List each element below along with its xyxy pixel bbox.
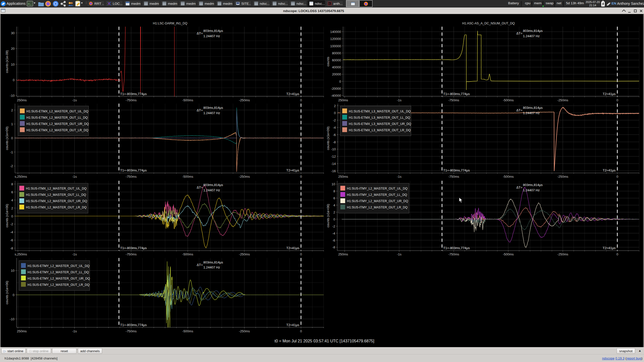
svg-text:ΔT=: ΔT= <box>516 31 522 35</box>
svg-text:-750ms: -750ms <box>126 252 137 256</box>
svg-text:-750ms: -750ms <box>448 175 459 178</box>
svg-text:H1:SUS-ETMY_L2_MASTER_OUT_UR_D: H1:SUS-ETMY_L2_MASTER_OUT_UR_DQ <box>28 277 90 280</box>
svg-text:1.24407 Hz: 1.24407 Hz <box>203 188 220 192</box>
svg-text:60000: 60000 <box>332 58 341 62</box>
svg-text:ΔT=: ΔT= <box>516 186 522 189</box>
svg-text:1.24407 Hz: 1.24407 Hz <box>523 34 540 38</box>
svg-text:6: 6 <box>11 190 13 194</box>
svg-text:-2: -2 <box>10 222 13 226</box>
svg-text:-6: -6 <box>10 238 13 242</box>
svg-text:-500ms: -500ms <box>503 175 514 178</box>
svg-text:20: 20 <box>11 47 15 51</box>
svg-text:H1:SUS-ITMY_L2_MASTER_OUT_UL_D: H1:SUS-ITMY_L2_MASTER_OUT_UL_DQ <box>347 187 408 190</box>
svg-text:1: 1 <box>11 122 13 126</box>
svg-text:s,250ms: s,250ms <box>15 175 27 178</box>
svg-text:H1:SUS-ITMX_L2_MASTER_OUT_UR_D: H1:SUS-ITMX_L2_MASTER_OUT_UR_DQ <box>26 199 87 203</box>
svg-text:ΔT=: ΔT= <box>516 108 522 112</box>
svg-text:-500ms: -500ms <box>503 252 514 256</box>
svg-text:0: 0 <box>333 217 335 221</box>
svg-text:H1:SUS-ITMX_L2_MASTER_OUT_UL_D: H1:SUS-ITMX_L2_MASTER_OUT_UL_DQ <box>26 187 87 190</box>
svg-text:-6: -6 <box>333 133 336 137</box>
svg-text:T1=-803ms,774µs: T1=-803ms,774µs <box>120 246 147 250</box>
svg-text:-250ms: -250ms <box>557 175 569 178</box>
svg-text:0: 0 <box>616 98 618 102</box>
svg-text:H1:SUS-ETMY_L2_MASTER_OUT_UL_D: H1:SUS-ETMY_L2_MASTER_OUT_UL_DQ <box>28 264 90 268</box>
svg-text:ΔT=: ΔT= <box>197 108 203 112</box>
svg-text:T2=41µs: T2=41µs <box>286 246 299 250</box>
svg-text:-750ms: -750ms <box>448 252 459 256</box>
svg-text:-10: -10 <box>10 317 15 321</box>
svg-text:s,250ms: s,250ms <box>15 252 27 256</box>
svg-text:H1:SUS-ETMY_L2_MASTER_OUT_LR_D: H1:SUS-ETMY_L2_MASTER_OUT_LR_DQ <box>28 283 90 287</box>
svg-text:0: 0 <box>300 98 302 102</box>
svg-text:2: 2 <box>11 206 13 210</box>
svg-text:1.24407 Hz: 1.24407 Hz <box>523 111 540 115</box>
svg-text:4: 4 <box>11 198 13 202</box>
svg-text:-6: -6 <box>332 239 335 242</box>
svg-text:T1=-803ms,774µs: T1=-803ms,774µs <box>443 168 470 172</box>
svg-text:-14: -14 <box>331 162 336 166</box>
svg-text:counts (x1e-09): counts (x1e-09) <box>5 50 9 73</box>
svg-text:-750ms: -750ms <box>126 98 137 102</box>
svg-text:30: 30 <box>11 31 15 35</box>
svg-text:2: 2 <box>11 108 13 112</box>
svg-text:250ms: 250ms <box>338 98 348 102</box>
svg-text:H1:SUS-ETMX_L3_MASTER_OUT_UR_D: H1:SUS-ETMX_L3_MASTER_OUT_UR_DQ <box>349 122 411 126</box>
svg-text:10: 10 <box>332 182 335 186</box>
svg-text:H1:SUS-ETMX_L3_MASTER_OUT_LL_D: H1:SUS-ETMX_L3_MASTER_OUT_LL_DQ <box>349 116 410 119</box>
svg-text:-750ms: -750ms <box>126 175 137 178</box>
svg-text:counts (x1e+06): counts (x1e+06) <box>5 204 9 228</box>
svg-text:-750ms: -750ms <box>126 329 137 333</box>
svg-text:T1=-803ms,774µs: T1=-803ms,774µs <box>120 168 147 172</box>
svg-text:803ms,814µs: 803ms,814µs <box>523 29 543 33</box>
svg-text:T1=-803ms,774µs: T1=-803ms,774µs <box>120 323 147 327</box>
svg-text:2: 2 <box>334 104 336 108</box>
svg-text:-4: -4 <box>10 230 13 234</box>
svg-text:0: 0 <box>616 175 618 178</box>
svg-text:10: 10 <box>11 63 15 66</box>
svg-text:-40000: -40000 <box>331 94 341 98</box>
svg-text:803ms,814µs: 803ms,814µs <box>203 183 223 187</box>
svg-text:t0 = Mon Jul 21 2025 03:57:41: t0 = Mon Jul 21 2025 03:57:41 UTC [14371… <box>275 339 374 343</box>
svg-text:T1=-803ms,774µs: T1=-803ms,774µs <box>443 246 470 250</box>
svg-text:H1:SUS-ETMX_L2_MASTER_OUT_UR_D: H1:SUS-ETMX_L2_MASTER_OUT_UR_DQ <box>26 122 89 126</box>
svg-text:-250ms: -250ms <box>239 329 250 333</box>
svg-text:H1:SUS-ITMX_L2_MASTER_OUT_LL_D: H1:SUS-ITMX_L2_MASTER_OUT_LL_DQ <box>26 193 86 197</box>
svg-text:T2=41µs: T2=41µs <box>286 92 299 96</box>
svg-text:>_: >_ <box>28 3 31 6</box>
svg-text:-12: -12 <box>331 155 336 158</box>
svg-text:T2=41µs: T2=41µs <box>286 323 299 327</box>
svg-text:H1:SUS-ETMX_L3_MASTER_OUT_LR_D: H1:SUS-ETMX_L3_MASTER_OUT_LR_DQ <box>349 128 411 132</box>
svg-text:T2=41µs: T2=41µs <box>286 168 299 172</box>
svg-text:0: 0 <box>300 175 302 178</box>
svg-text:ΔT=: ΔT= <box>197 31 203 35</box>
svg-text:803ms,814µs: 803ms,814µs <box>203 29 223 33</box>
svg-text:40000: 40000 <box>332 65 341 69</box>
svg-text:ΔT=: ΔT= <box>197 263 203 267</box>
svg-text:-500ms: -500ms <box>182 329 193 333</box>
svg-text:803ms,814µs: 803ms,814µs <box>203 106 223 110</box>
svg-text:250ms: 250ms <box>338 252 348 256</box>
svg-text:-1s: -1s <box>397 175 402 178</box>
svg-text:-250ms: -250ms <box>239 98 250 102</box>
svg-text:0: 0 <box>11 136 13 140</box>
svg-text:0: 0 <box>13 78 15 82</box>
svg-text:-250ms: -250ms <box>557 98 569 102</box>
svg-text:-8: -8 <box>332 245 335 249</box>
svg-text:0: 0 <box>339 80 341 83</box>
svg-text:-1s: -1s <box>397 252 402 256</box>
svg-text:-250ms: -250ms <box>557 252 569 256</box>
svg-text:803ms,814µs: 803ms,814µs <box>203 260 223 264</box>
svg-text:1.24407 Hz: 1.24407 Hz <box>203 265 220 269</box>
svg-text:-500ms: -500ms <box>182 252 193 256</box>
svg-text:6: 6 <box>333 196 335 200</box>
svg-text:-500ms: -500ms <box>503 98 514 102</box>
svg-text:0: 0 <box>11 214 13 218</box>
svg-text:-2: -2 <box>10 164 13 168</box>
svg-text:-1s: -1s <box>72 252 77 256</box>
svg-text:counts: counts <box>326 57 330 66</box>
svg-text:1.24407 Hz: 1.24407 Hz <box>523 188 540 192</box>
svg-text:H1:ASC-AS_A_DC_NSUM_OUT_DQ: H1:ASC-AS_A_DC_NSUM_OUT_DQ <box>462 22 515 25</box>
svg-text:counts (x1e+09): counts (x1e+09) <box>326 126 330 150</box>
svg-text:-1s: -1s <box>72 175 77 178</box>
